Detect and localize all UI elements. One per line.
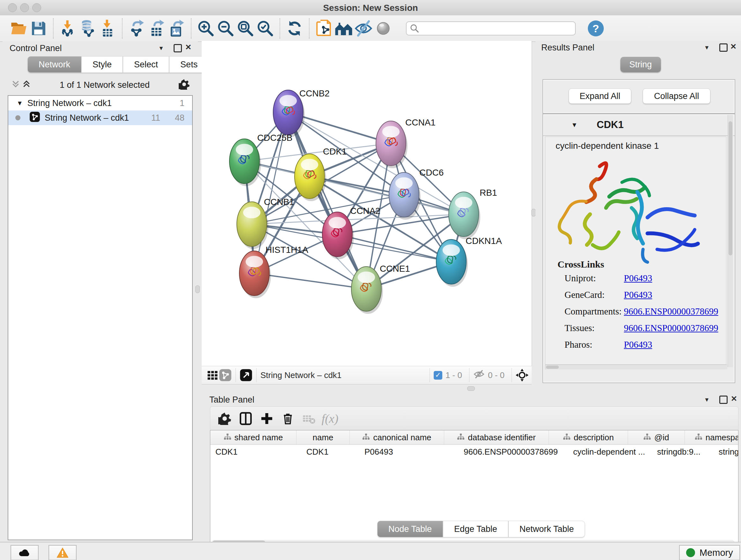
network-node-ccnb2[interactable]: CCNB2 xyxy=(273,88,330,137)
results-vertical-scrollbar[interactable] xyxy=(728,115,733,367)
table-header-namespace[interactable]: namespace xyxy=(685,430,738,444)
crosslink-link[interactable]: P06493 xyxy=(624,290,652,300)
expand-all-networks-icon[interactable] xyxy=(22,80,30,90)
help-icon[interactable]: ? xyxy=(588,20,604,37)
save-icon[interactable] xyxy=(29,18,49,38)
tab-edge-table[interactable]: Edge Table xyxy=(443,521,509,537)
import-network-icon[interactable] xyxy=(58,18,78,38)
export-image-icon[interactable] xyxy=(166,18,186,38)
table-cell[interactable]: stringdb xyxy=(714,445,738,459)
tab-string[interactable]: String xyxy=(620,57,661,72)
hide-selected-icon[interactable] xyxy=(354,18,374,38)
expand-all-button[interactable]: Expand All xyxy=(569,88,631,104)
crosslink-link[interactable]: 9606.ENSP00000378699 xyxy=(624,306,718,317)
refresh-icon[interactable] xyxy=(285,18,305,38)
network-edge-ccnb2-ccne1[interactable] xyxy=(288,112,366,289)
zoom-in-icon[interactable] xyxy=(196,18,216,38)
panel-float-icon[interactable] xyxy=(174,44,182,52)
tab-network[interactable]: Network xyxy=(27,56,81,73)
show-all-icon[interactable] xyxy=(374,18,393,38)
table-header-id[interactable]: @id xyxy=(628,430,685,444)
gene-section-header[interactable]: ▼ CDK1 xyxy=(543,114,735,136)
selected-counts: 1 - 0 xyxy=(446,370,462,380)
table-header-name[interactable]: name xyxy=(296,430,350,444)
panel-close-icon[interactable]: ✕ xyxy=(730,43,737,51)
table-tabs: Node TableEdge TableNetwork Table xyxy=(377,521,585,537)
results-horizontal-scrollbar[interactable] xyxy=(545,365,727,369)
zoom-fit-icon[interactable] xyxy=(235,18,255,38)
network-node-cdkn1a[interactable]: CDKN1A xyxy=(436,236,502,287)
function-builder-icon[interactable]: f(x) xyxy=(320,409,340,428)
table-cell[interactable]: CDK1 xyxy=(301,445,359,459)
network-node-cdc6[interactable]: CDC6 xyxy=(389,168,444,220)
network-node-ccna2[interactable]: CCNA2 xyxy=(322,206,381,259)
left-splitter-handle[interactable] xyxy=(195,286,200,293)
zoom-selected-icon[interactable] xyxy=(255,18,275,38)
first-neighbors-icon[interactable] xyxy=(334,18,354,38)
grid-view-icon[interactable] xyxy=(206,369,219,381)
export-table-icon[interactable] xyxy=(147,18,166,38)
view-toolbar-separator xyxy=(469,368,469,382)
network-edge-hist1h1a-ccne1[interactable] xyxy=(254,273,366,289)
detach-view-icon[interactable] xyxy=(240,369,253,381)
add-column-icon[interactable] xyxy=(256,409,277,428)
open-folder-icon[interactable] xyxy=(9,18,29,38)
table-row[interactable]: CDK1CDK1P064939606.ENSP00000378699cyclin… xyxy=(210,445,738,459)
search-input[interactable] xyxy=(406,21,576,36)
export-network-icon[interactable] xyxy=(127,18,147,38)
network-node-hist1h1a[interactable]: HIST1H1A xyxy=(239,245,308,298)
cloud-icon[interactable] xyxy=(10,545,39,560)
tab-select[interactable]: Select xyxy=(123,56,169,73)
warning-icon[interactable] xyxy=(49,545,77,560)
birds-eye-view-icon[interactable] xyxy=(516,369,529,381)
delete-column-icon[interactable] xyxy=(277,409,298,428)
tab-style[interactable]: Style xyxy=(81,56,123,73)
panel-menu-icon[interactable]: ▼ xyxy=(704,45,710,51)
zoom-out-icon[interactable] xyxy=(216,18,235,38)
table-cell[interactable]: P06493 xyxy=(359,445,459,459)
table-header-shared-name[interactable]: shared name xyxy=(210,430,296,444)
table-header-description[interactable]: description xyxy=(549,430,628,444)
table-header-database-identifier[interactable]: database identifier xyxy=(444,430,549,444)
network-node-rb1[interactable]: RB1 xyxy=(449,188,497,239)
crosslink-link[interactable]: P06493 xyxy=(624,339,652,350)
panel-float-icon[interactable] xyxy=(719,395,728,404)
delete-table-icon[interactable] xyxy=(298,409,320,428)
right-splitter-handle[interactable] xyxy=(531,209,536,216)
crosslink-link[interactable]: P06493 xyxy=(624,273,652,284)
bottom-splitter-handle[interactable] xyxy=(467,386,475,391)
network-node-ccna1[interactable]: CCNA1 xyxy=(376,118,435,168)
tree-expander-icon[interactable]: ▼ xyxy=(17,100,23,107)
panel-menu-icon[interactable]: ▼ xyxy=(158,45,164,51)
network-collection-row[interactable]: ▼ String Network – cdk1 1 xyxy=(8,96,192,111)
show-columns-icon[interactable] xyxy=(235,409,256,428)
tab-node-table[interactable]: Node Table xyxy=(377,521,443,537)
tab-network-table[interactable]: Network Table xyxy=(509,521,585,537)
network-options-gear-icon[interactable] xyxy=(179,79,190,91)
panel-close-icon[interactable]: ✕ xyxy=(731,395,737,402)
network-status-dot xyxy=(15,115,20,120)
panel-float-icon[interactable] xyxy=(719,44,728,52)
memory-button[interactable]: Memory xyxy=(679,545,740,560)
network-row[interactable]: String Network – cdk1 11 48 xyxy=(8,111,192,125)
table-cell[interactable]: stringdb:9... xyxy=(652,445,714,459)
table-header-canonical-name[interactable]: canonical name xyxy=(350,430,444,444)
table-cell[interactable]: cyclin-dependent ... xyxy=(568,445,652,459)
panel-menu-icon[interactable]: ▼ xyxy=(704,397,710,402)
hidden-eye-slash-icon[interactable] xyxy=(473,368,485,382)
section-expander-icon[interactable]: ▼ xyxy=(571,121,578,129)
table-settings-icon[interactable] xyxy=(214,409,235,428)
selected-nodes-checkbox[interactable]: ✓ xyxy=(434,371,442,380)
collapse-all-networks-icon[interactable] xyxy=(11,80,20,90)
crosslink-link[interactable]: 9606.ENSP00000378699 xyxy=(624,323,718,333)
collapse-all-button[interactable]: Collapse All xyxy=(643,88,711,104)
panel-close-icon[interactable]: ✕ xyxy=(185,44,192,51)
duplicate-network-icon[interactable] xyxy=(314,18,334,38)
table-cell[interactable]: 9606.ENSP00000378699 xyxy=(459,445,568,459)
network-share-view-icon[interactable] xyxy=(219,369,232,381)
import-table-icon[interactable] xyxy=(98,18,118,38)
network-node-ccne1[interactable]: CCNE1 xyxy=(351,264,410,314)
import-database-icon[interactable] xyxy=(78,18,98,38)
network-canvas[interactable]: CCNB2CCNA1CDC25BCDK1CDC6RB1CCNB1CCNA2CDK… xyxy=(202,41,532,366)
table-cell[interactable]: CDK1 xyxy=(210,445,301,459)
